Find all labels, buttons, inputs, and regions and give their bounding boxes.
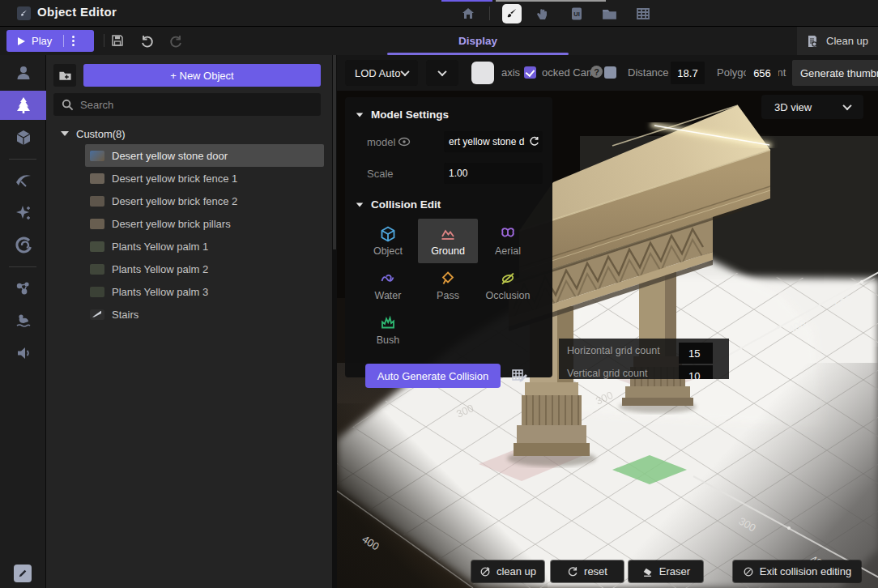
new-object-button[interactable]: + New Object — [83, 64, 321, 87]
model-label: model — [367, 136, 395, 148]
eye-icon[interactable] — [398, 137, 411, 147]
view-mode-label: 3D view — [774, 101, 844, 113]
generate-thumbnail-button[interactable]: Generate thumbnail — [792, 60, 878, 86]
refresh-icon[interactable] — [528, 135, 540, 147]
caret-down-icon — [356, 202, 364, 207]
grid-edit-icon[interactable] — [510, 367, 528, 385]
collision-type-ground[interactable]: Ground — [418, 219, 478, 263]
collision-footer: Auto Generate Collision — [365, 364, 552, 388]
tree-item[interactable]: Desert yellow brick pillars — [85, 212, 324, 235]
wind-swirl-icon[interactable] — [0, 231, 46, 260]
tree-item[interactable]: Desert yellow stone door — [85, 144, 324, 167]
tree-item-label: Desert yellow brick pillars — [112, 218, 231, 230]
brush-tab-icon[interactable] — [502, 4, 522, 23]
audio-speaker-icon[interactable] — [0, 339, 46, 368]
nature-objects-tab-icon[interactable] — [0, 91, 46, 120]
collision-type-pass[interactable]: Pass — [418, 263, 478, 308]
horizontal-grid-count-value[interactable]: 15 — [679, 343, 713, 364]
tree-item[interactable]: Plants Yellow palm 3 — [85, 280, 324, 303]
collision-type-object[interactable]: Object — [358, 219, 418, 263]
collision-edit-title: Collision Edit — [371, 198, 441, 211]
table-icon[interactable] — [633, 4, 653, 23]
cleanup-label: Clean up — [826, 35, 868, 47]
reset-button[interactable]: reset — [551, 560, 624, 582]
exit-collision-editing-label: Exit collision editing — [760, 565, 851, 577]
play-more-icon[interactable] — [72, 36, 75, 46]
locked-camera-checkbox[interactable] — [604, 66, 616, 79]
nav-separator — [489, 6, 490, 20]
import-folder-button[interactable] — [53, 64, 76, 87]
tree-item[interactable]: Plants Yellow palm 1 — [85, 235, 324, 258]
tree-item[interactable]: Desert yellow brick fence 1 — [85, 167, 324, 190]
effects-wand-icon[interactable] — [0, 198, 46, 228]
cube-objects-icon[interactable] — [0, 123, 46, 152]
generate-thumbnail-label: Generate thumbnail — [800, 67, 878, 79]
model-input[interactable]: ert yellow stone d — [444, 131, 543, 152]
collision-type-aerial[interactable]: Aerial — [478, 219, 538, 263]
occlusion-slash-icon — [499, 270, 517, 288]
scale-input[interactable]: 1.00 — [444, 163, 543, 184]
cleanup-collision-button[interactable]: clean up — [471, 560, 544, 582]
model-settings-header[interactable]: Model Settings — [345, 97, 552, 121]
molecule-nodes-icon[interactable] — [0, 274, 46, 303]
object-thumbnail — [90, 173, 104, 184]
collision-type-label: Pass — [437, 290, 459, 301]
waterfowl-icon[interactable] — [0, 306, 46, 335]
undo-icon[interactable] — [139, 33, 155, 52]
tree-item-label: Stairs — [112, 309, 139, 321]
view-mode-dropdown[interactable]: 3D view — [761, 95, 863, 119]
help-icon[interactable]: ? — [590, 66, 603, 78]
panel-scrollbar[interactable] — [332, 55, 337, 588]
eraser-diamond-icon — [439, 270, 457, 288]
search-box[interactable] — [53, 93, 321, 116]
ui-editor-icon[interactable]: UI — [567, 4, 586, 23]
main-toolbar: Play Display Clean up — [0, 27, 878, 55]
redo-icon[interactable] — [168, 33, 184, 52]
expand-dropdown[interactable] — [426, 60, 458, 86]
collision-type-water[interactable]: Water — [358, 263, 418, 308]
svg-text:UI: UI — [573, 11, 580, 18]
clean-icon — [479, 566, 491, 577]
vertical-grid-count-value[interactable]: 10 — [679, 365, 713, 379]
eraser-button[interactable]: Eraser — [629, 560, 703, 582]
distance-label: Distance — [628, 66, 669, 79]
object-thumbnail — [90, 287, 104, 297]
caret-down-icon — [356, 113, 364, 117]
exit-collision-editing-button[interactable]: Exit collision editing — [733, 560, 861, 582]
axis-checkbox[interactable] — [524, 66, 536, 79]
edit-pencil-icon[interactable] — [14, 565, 32, 582]
tree-item[interactable]: Plants Yellow palm 2 — [85, 258, 324, 280]
object-thumbnail — [90, 241, 104, 252]
auto-generate-collision-button[interactable]: Auto Generate Collision — [365, 364, 501, 388]
collision-type-occlusion[interactable]: Occlusion — [478, 263, 538, 308]
tree-group-custom[interactable]: Custom(8) — [46, 123, 332, 144]
collision-edit-header[interactable]: Collision Edit — [345, 184, 552, 211]
folder-icon[interactable] — [599, 4, 619, 23]
viewport[interactable]: 300 300 400 500 300 400 400 — [337, 55, 878, 588]
tab-display[interactable]: Display — [387, 27, 569, 55]
collision-type-bush[interactable]: Bush — [358, 308, 418, 352]
wave-icon — [379, 270, 397, 288]
cleanup-button[interactable]: Clean up — [797, 27, 878, 55]
left-icon-rail — [0, 55, 46, 588]
page-title: Object Editor — [37, 5, 117, 19]
lod-dropdown[interactable]: LOD Auto — [345, 60, 418, 86]
tree-item[interactable]: Desert yellow brick fence 2 — [85, 190, 324, 212]
tree-item-label: Plants Yellow palm 1 — [112, 241, 208, 253]
scale-row: Scale 1.00 — [367, 163, 543, 184]
save-icon[interactable] — [110, 33, 125, 51]
play-button[interactable]: Play — [6, 30, 94, 52]
hand-icon[interactable] — [533, 4, 552, 23]
tree-item[interactable]: Stairs — [85, 303, 324, 326]
butterfly-icon — [499, 225, 517, 243]
scythe-tool-icon[interactable] — [0, 166, 46, 195]
collision-type-grid: Object Ground Aerial Water Pass Occlusio… — [358, 219, 552, 352]
avatar-icon[interactable] — [0, 58, 46, 87]
viewport-toolbar: LOD Auto axis ocked Cam ? Distance 18.7 … — [337, 55, 878, 91]
document-search-icon — [805, 34, 820, 49]
color-swatch[interactable] — [471, 62, 494, 84]
search-input[interactable] — [80, 99, 321, 111]
home-icon[interactable] — [458, 4, 478, 23]
horizontal-grid-count-label: Horizontal grid count — [567, 345, 660, 356]
distance-value[interactable]: 18.7 — [671, 62, 705, 84]
